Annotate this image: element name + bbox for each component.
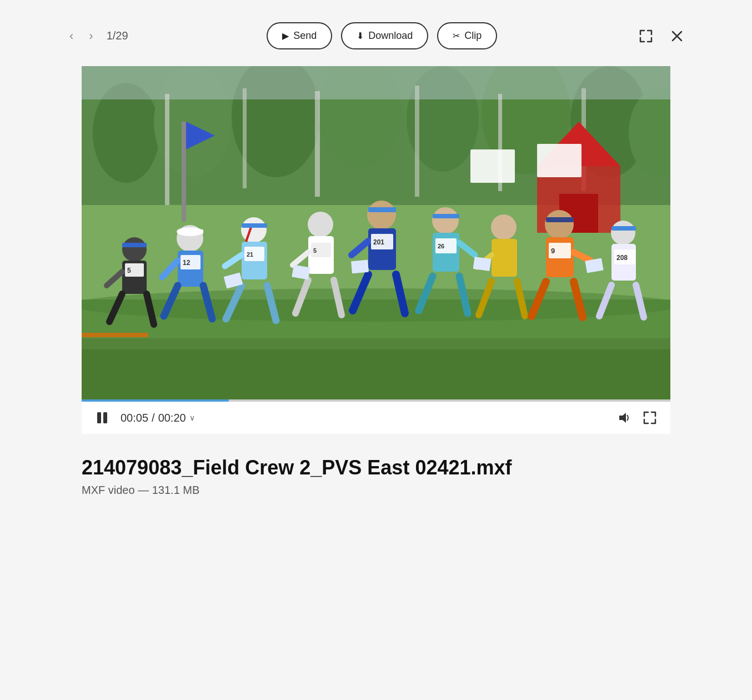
svg-point-52: [308, 212, 333, 237]
svg-rect-24: [470, 149, 515, 183]
video-scene: 5 12 21: [82, 66, 670, 399]
svg-text:208: 208: [616, 254, 628, 262]
svg-rect-13: [315, 91, 320, 197]
volume-button[interactable]: [617, 411, 631, 425]
nav-right: [636, 26, 687, 46]
svg-marker-105: [619, 413, 626, 423]
video-container: 5 12 21: [82, 66, 670, 434]
svg-rect-11: [165, 94, 169, 205]
svg-point-43: [241, 217, 267, 243]
time-display: 00:05 / 00:20 ∨: [121, 412, 195, 424]
svg-point-26: [122, 237, 147, 262]
progress-bar-container[interactable]: [82, 399, 670, 402]
svg-rect-97: [82, 333, 148, 337]
top-bar: ‹ › 1/29 ▶ Send ⬇ Download ✂ Clip: [43, 11, 709, 66]
send-icon: ▶: [282, 31, 289, 41]
svg-rect-33: [122, 243, 147, 247]
time-separator: /: [152, 412, 155, 424]
svg-text:201: 201: [373, 238, 384, 246]
close-button[interactable]: [667, 26, 687, 46]
fullscreen-icon: [643, 411, 657, 425]
svg-rect-22: [182, 122, 186, 222]
controls-right: [617, 411, 657, 425]
close-icon: [669, 28, 685, 44]
svg-text:21: 21: [247, 251, 253, 258]
svg-rect-103: [97, 412, 101, 423]
svg-rect-74: [433, 214, 459, 218]
clip-button[interactable]: ✂ Clip: [437, 22, 497, 49]
clip-label: Clip: [464, 30, 482, 42]
svg-rect-51: [242, 223, 267, 228]
expand-icon: [638, 28, 654, 44]
download-icon: ⬇: [357, 31, 364, 41]
send-button[interactable]: ▶ Send: [267, 22, 332, 49]
svg-rect-25: [537, 144, 581, 177]
svg-text:5: 5: [127, 267, 131, 274]
file-meta: MXF video — 131.1 MB: [82, 484, 670, 497]
download-button[interactable]: ⬇ Download: [341, 22, 428, 49]
expand-button[interactable]: [636, 26, 656, 46]
nav-left: ‹ › 1/29: [65, 27, 128, 46]
svg-rect-87: [546, 217, 574, 222]
total-time: 00:20: [158, 412, 186, 424]
current-time: 00:05: [121, 412, 148, 424]
svg-text:5: 5: [313, 247, 317, 254]
svg-text:9: 9: [551, 247, 555, 255]
svg-rect-42: [178, 229, 203, 234]
svg-text:26: 26: [438, 243, 444, 249]
clip-icon: ✂: [453, 31, 460, 41]
svg-point-75: [491, 214, 517, 240]
send-label: Send: [293, 30, 317, 42]
svg-rect-66: [368, 207, 396, 212]
svg-rect-96: [82, 338, 670, 349]
svg-rect-104: [103, 412, 107, 423]
svg-point-80: [545, 210, 574, 239]
pause-icon: [95, 411, 109, 425]
svg-point-67: [432, 207, 459, 234]
volume-icon: [617, 411, 631, 425]
file-title: 214079083_Field Crew 2_PVS East 02421.mx…: [82, 456, 670, 479]
time-chevron-icon[interactable]: ∨: [189, 413, 195, 422]
nav-back-button[interactable]: ‹: [65, 27, 78, 46]
svg-point-59: [367, 201, 396, 229]
svg-point-88: [611, 221, 635, 245]
svg-rect-94: [611, 226, 636, 231]
controls-bar: 00:05 / 00:20 ∨: [82, 402, 670, 434]
controls-left: 00:05 / 00:20 ∨: [95, 411, 195, 425]
pause-button[interactable]: [95, 411, 109, 425]
action-buttons: ▶ Send ⬇ Download ✂ Clip: [267, 22, 497, 49]
progress-bar-fill: [82, 399, 229, 402]
svg-text:12: 12: [183, 259, 190, 267]
file-info: 214079083_Field Crew 2_PVS East 02421.mx…: [82, 434, 670, 508]
fullscreen-button[interactable]: [643, 411, 657, 425]
download-label: Download: [368, 30, 413, 42]
svg-rect-100: [351, 260, 369, 274]
svg-rect-76: [492, 239, 517, 277]
svg-rect-101: [473, 257, 492, 271]
svg-rect-14: [415, 86, 419, 197]
nav-counter: 1/29: [107, 29, 128, 42]
video-thumbnail[interactable]: 5 12 21: [82, 66, 670, 399]
nav-forward-button[interactable]: ›: [84, 27, 97, 46]
svg-rect-12: [243, 88, 247, 188]
